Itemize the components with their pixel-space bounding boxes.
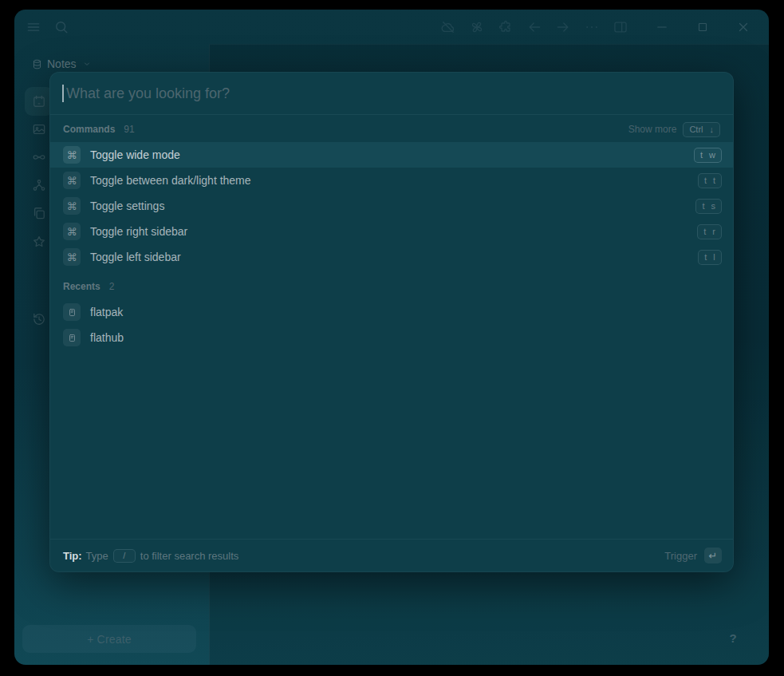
- section-header-recents: Recents2: [50, 277, 733, 296]
- space-title: Notes: [47, 57, 77, 70]
- text-caret: [62, 85, 64, 102]
- calendar-icon: [31, 93, 47, 109]
- result-label: flatpak: [90, 306, 123, 318]
- database-icon: [31, 58, 43, 70]
- shortcut-badge: tt: [698, 173, 722, 188]
- pinwheel-icon: [469, 19, 485, 35]
- shortcut-badge: tl: [698, 250, 722, 265]
- section-count: 2: [109, 281, 115, 292]
- result-label: Toggle right sidebar: [90, 225, 187, 238]
- arrow-right-icon: [555, 19, 571, 35]
- result-row[interactable]: ⌘Toggle between dark/light themett: [50, 168, 733, 193]
- result-row[interactable]: flathub: [50, 325, 733, 350]
- show-more-button[interactable]: Show more: [628, 124, 677, 135]
- key-label: t: [702, 201, 704, 211]
- search-input-wrap: [50, 73, 733, 115]
- key-label: l: [713, 252, 715, 263]
- arrow-left-icon: [526, 19, 542, 35]
- layout-sidebar-button[interactable]: [611, 18, 630, 37]
- maximize-icon: [695, 20, 710, 34]
- maximize-button[interactable]: [693, 18, 712, 37]
- history-icon: [31, 311, 47, 327]
- result-label: Toggle between dark/light theme: [90, 174, 251, 187]
- cloud-off-icon: [440, 19, 456, 35]
- key-label: t: [704, 176, 707, 186]
- search-icon: [53, 19, 69, 35]
- minimize-button[interactable]: [652, 18, 672, 37]
- topbar-right-group: [439, 18, 630, 37]
- key-label: r: [712, 227, 715, 237]
- result-row[interactable]: ⌘Toggle right sidebartr: [50, 219, 733, 244]
- infinity-icon: [31, 149, 47, 165]
- page-icon: [63, 329, 81, 346]
- command-icon: ⌘: [63, 248, 81, 266]
- section-header-commands: Commands91Show moreCtrl↓: [50, 120, 733, 139]
- minimize-icon: [655, 20, 669, 34]
- key-label: Ctrl: [689, 125, 703, 135]
- copy-icon: [31, 205, 47, 221]
- window-controls: [652, 18, 753, 37]
- topbar-left-group: [24, 18, 71, 37]
- ctrl-down-badge: Ctrl↓: [683, 122, 720, 137]
- arrow-right-button[interactable]: [554, 18, 573, 37]
- top-bar: [14, 10, 769, 45]
- key-label: w: [709, 150, 715, 160]
- command-icon: ⌘: [63, 197, 81, 215]
- menu-button[interactable]: [24, 18, 43, 37]
- result-label: Toggle left sidebar: [90, 251, 181, 263]
- star-icon: [31, 234, 47, 250]
- result-label: Toggle wide mode: [90, 148, 180, 161]
- arrow-left-button[interactable]: [525, 18, 544, 37]
- result-row[interactable]: ⌘Toggle settingsts: [50, 193, 733, 219]
- puzzle-button[interactable]: [496, 18, 515, 37]
- graph-icon: [31, 177, 47, 193]
- recents-list: flatpakflathub: [50, 299, 733, 350]
- card-icon: [31, 121, 47, 137]
- key-label: t: [700, 150, 703, 160]
- slash-key-badge: /: [113, 549, 136, 563]
- close-button[interactable]: [734, 18, 753, 37]
- result-row[interactable]: flatpak: [50, 299, 733, 325]
- search-results: Commands91Show moreCtrl↓⌘Toggle wide mod…: [50, 115, 733, 539]
- layout-sidebar-icon: [613, 19, 628, 35]
- commands-list: ⌘Toggle wide modetw⌘Toggle between dark/…: [50, 142, 733, 270]
- result-label: Toggle settings: [90, 200, 164, 212]
- command-icon: ⌘: [63, 172, 81, 189]
- puzzle-icon: [498, 19, 514, 35]
- ellipsis-button[interactable]: [582, 18, 601, 37]
- section-count: 91: [124, 124, 134, 135]
- help-button[interactable]: ?: [723, 627, 743, 648]
- tip-text-after: to filter search results: [140, 550, 239, 562]
- pinwheel-button[interactable]: [467, 18, 487, 37]
- search-footer: Tip: Type / to filter search results Tri…: [50, 539, 733, 571]
- key-label: s: [711, 201, 716, 211]
- command-icon: ⌘: [63, 146, 81, 164]
- search-button[interactable]: [52, 18, 71, 37]
- tip-label: Tip:: [63, 550, 82, 562]
- menu-icon: [26, 19, 41, 35]
- section-title: Commands: [63, 124, 115, 135]
- trigger-label: Trigger: [664, 550, 697, 562]
- result-label: flathub: [90, 331, 124, 344]
- key-label: ↓: [710, 125, 715, 135]
- shortcut-badge: tw: [694, 148, 722, 163]
- search-overlay: Commands91Show moreCtrl↓⌘Toggle wide mod…: [49, 72, 734, 572]
- key-label: t: [703, 227, 706, 237]
- key-label: t: [713, 176, 715, 186]
- section-title: Recents: [63, 281, 100, 292]
- chevron-down-icon: [82, 59, 92, 69]
- result-row[interactable]: ⌘Toggle left sidebartl: [50, 244, 733, 270]
- result-row[interactable]: ⌘Toggle wide modetw: [50, 142, 733, 168]
- close-icon: [736, 20, 751, 34]
- page-icon: [63, 303, 81, 321]
- enter-key-icon: ↵: [704, 548, 722, 563]
- search-input[interactable]: [50, 73, 733, 114]
- create-button[interactable]: + Create: [22, 625, 196, 653]
- key-label: t: [704, 252, 707, 263]
- shortcut-badge: ts: [695, 199, 722, 214]
- cloud-off-button[interactable]: [439, 18, 458, 37]
- space-switcher[interactable]: Notes: [31, 57, 92, 70]
- ellipsis-icon: [584, 19, 600, 35]
- command-icon: ⌘: [63, 223, 81, 240]
- app-window: Notes + Create ? Commands91Show moreCtrl…: [14, 10, 769, 665]
